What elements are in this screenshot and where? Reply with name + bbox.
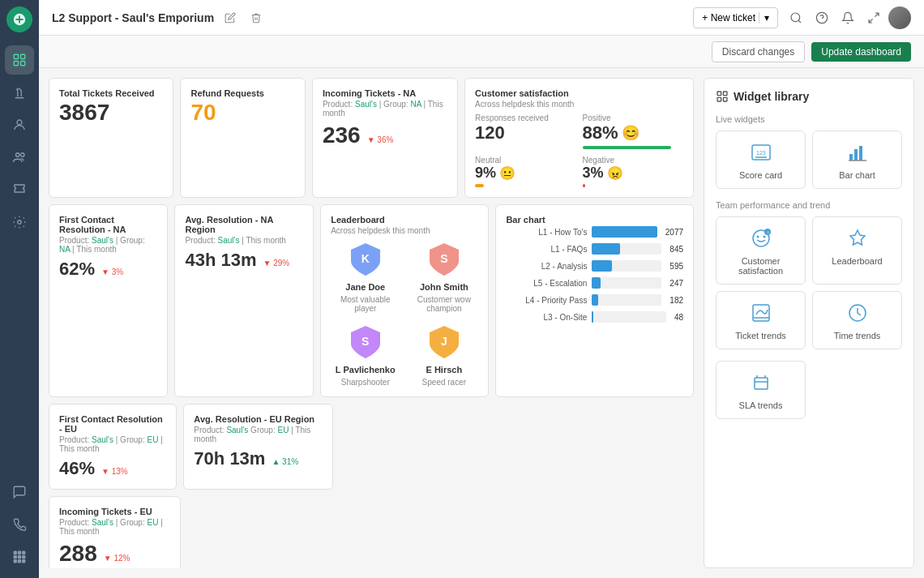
svg-point-34: [756, 236, 759, 238]
svg-rect-15: [14, 560, 16, 563]
delete-icon[interactable]: [246, 8, 266, 28]
main-content: L2 Support - Saul's Emporium + New ticke…: [39, 0, 924, 578]
widget-first-contact-eu: First Contact Resolution - EU Product: S…: [49, 404, 177, 490]
wl-item-tickettrends[interactable]: Ticket trends: [716, 291, 806, 349]
leaderboard-icon: [846, 227, 869, 250]
svg-text:☺: ☺: [766, 229, 770, 234]
lb-player-3: S L Pavlichenko Sharpshooter: [331, 323, 400, 387]
sidebar-item-tickets[interactable]: [5, 175, 34, 204]
svg-point-8: [18, 220, 22, 225]
bar-fill: [592, 294, 598, 306]
sidebar-item-dashboard[interactable]: [5, 45, 34, 75]
svg-rect-22: [717, 92, 721, 96]
svg-point-7: [21, 153, 25, 157]
notifications-icon-btn[interactable]: [836, 6, 859, 29]
wl-item-scorecard[interactable]: 123 Score card: [716, 131, 806, 189]
widget-incoming-na: Incoming Tickets - NA Product: Saul's | …: [312, 78, 458, 198]
sidebar-nav: [5, 45, 34, 477]
team-performance-grid: ☺ Customer satisfaction Leaderboard: [716, 216, 902, 349]
timetrends-icon: [846, 302, 869, 324]
lb-player-2: S John Smith Customer wow champion: [409, 240, 478, 313]
negative-bar: [583, 184, 586, 187]
bar-fill: [592, 311, 593, 323]
widget-incoming-eu: Incoming Tickets - EU Product: Saul's | …: [49, 496, 181, 568]
barchart-icon: [846, 141, 869, 164]
svg-point-35: [763, 236, 765, 238]
sidebar-item-teams[interactable]: [5, 143, 34, 172]
svg-rect-4: [21, 62, 25, 66]
topbar-action-icons: [785, 6, 911, 29]
topbar: L2 Support - Saul's Emporium + New ticke…: [39, 0, 924, 36]
widget-leaderboard: Leaderboard Across helpdesk this month K: [320, 204, 489, 397]
widget-library-icon: [716, 90, 729, 103]
actionbar: Discard changes Update dashboard: [39, 36, 924, 68]
bar-chart-rows: L1 - How To's 2077 L1 - FAQs 845 L2 - An…: [506, 226, 683, 323]
csat-icon: ☺: [750, 227, 772, 250]
edit-icon[interactable]: [220, 8, 240, 28]
sla-trends-grid: SLA trends: [716, 361, 902, 419]
bar-fill: [592, 260, 612, 272]
discard-changes-button[interactable]: Discard changes: [712, 41, 805, 62]
wl-item-csat[interactable]: ☺ Customer satisfaction: [716, 216, 806, 285]
scorecard-icon: 123: [750, 141, 772, 164]
wl-item-timetrends[interactable]: Time trends: [812, 291, 902, 349]
svg-rect-29: [849, 154, 853, 161]
app-logo: [6, 6, 32, 32]
widget-total-tickets: Total Tickets Received 3867: [49, 78, 173, 198]
svg-text:123: 123: [756, 150, 766, 156]
dashboard-body: Total Tickets Received 3867 Refund Reque…: [39, 68, 924, 578]
neutral-bar: [475, 184, 484, 187]
wl-item-slatrends[interactable]: SLA trends: [716, 361, 806, 419]
bar-chart-row: L1 - How To's 2077: [506, 226, 683, 238]
search-icon-btn[interactable]: [785, 6, 807, 29]
user-avatar[interactable]: [888, 6, 911, 29]
svg-point-5: [17, 120, 22, 125]
bar-chart-row: L4 - Priority Pass 182: [506, 294, 683, 306]
slatrends-icon: [750, 371, 772, 394]
svg-rect-41: [755, 378, 768, 389]
widgets-row-1: Total Tickets Received 3867 Refund Reque…: [49, 78, 694, 198]
live-widgets-grid: 123 Score card: [716, 131, 902, 189]
svg-rect-2: [21, 54, 25, 58]
wl-item-barchart[interactable]: Bar chart: [812, 131, 902, 189]
bar-chart-row: L2 - Analysis 595: [506, 260, 683, 272]
widgets-area: Total Tickets Received 3867 Refund Reque…: [49, 78, 694, 568]
positive-bar: [583, 146, 672, 149]
widget-bar-chart: Bar chart L1 - How To's 2077 L1 - FAQs 8…: [495, 204, 694, 397]
sidebar-item-contacts[interactable]: [5, 110, 34, 139]
expand-icon-btn[interactable]: [862, 6, 885, 29]
widgets-row-2: First Contact Resolution - NA Product: S…: [49, 204, 694, 397]
svg-point-18: [791, 13, 800, 22]
widget-avg-resolution-eu: Avg. Resolution - EU Region Product: Sau…: [183, 404, 333, 490]
live-widgets-section-title: Live widgets: [716, 114, 902, 124]
svg-rect-10: [19, 551, 21, 554]
widget-first-contact-na: First Contact Resolution - NA Product: S…: [49, 204, 168, 397]
sidebar-item-reports[interactable]: [5, 78, 34, 107]
sidebar-item-chat[interactable]: [5, 477, 34, 507]
help-icon-btn[interactable]: [811, 6, 833, 29]
new-ticket-dropdown-arrow[interactable]: ▾: [759, 12, 769, 24]
sidebar-item-phone[interactable]: [5, 510, 34, 539]
sidebar: [0, 0, 39, 578]
wl-item-leaderboard[interactable]: Leaderboard: [812, 216, 902, 285]
svg-rect-25: [723, 97, 727, 101]
svg-rect-9: [14, 551, 16, 554]
new-ticket-button[interactable]: + New ticket ▾: [693, 7, 778, 28]
page-title: L2 Support - Saul's Emporium: [52, 11, 214, 24]
widget-library-title: Widget library: [734, 90, 809, 103]
sidebar-item-apps[interactable]: [5, 542, 34, 572]
widget-library-panel: Widget library Live widgets 123 Score ca…: [704, 78, 914, 568]
svg-rect-12: [14, 556, 16, 559]
bar-chart-row: L3 - On-Site 48: [506, 311, 683, 323]
svg-rect-24: [717, 97, 721, 101]
topbar-right: + New ticket ▾: [693, 6, 911, 29]
widgets-row-3: First Contact Resolution - EU Product: S…: [49, 404, 694, 490]
svg-rect-17: [23, 560, 25, 563]
svg-rect-16: [19, 560, 21, 563]
team-performance-section-title: Team performance and trend: [716, 200, 902, 210]
svg-point-20: [816, 12, 827, 23]
sidebar-item-settings[interactable]: [5, 208, 34, 237]
update-dashboard-button[interactable]: Update dashboard: [811, 42, 911, 62]
bar-fill: [592, 277, 600, 289]
svg-rect-1: [14, 54, 18, 58]
